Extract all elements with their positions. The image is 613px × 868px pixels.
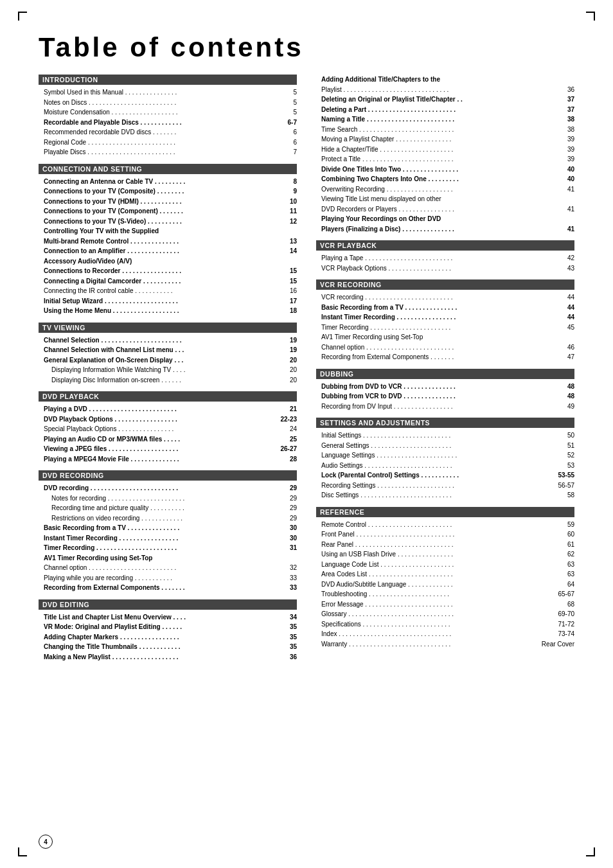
toc-item: Channel Selection . . . . . . . . . . . … bbox=[39, 335, 297, 346]
toc-item-page: 28 bbox=[278, 454, 297, 465]
toc-item-label: DVD Recorders or Players . . . . . . . .… bbox=[321, 204, 555, 215]
toc-section: DUBBINGDubbing from DVD to VCR . . . . .… bbox=[316, 369, 574, 412]
toc-item-label: Recording Settings . . . . . . . . . . .… bbox=[321, 481, 555, 491]
toc-item: Players (Finalizing a Disc) . . . . . . … bbox=[316, 224, 574, 235]
toc-item-label: Remote Control . . . . . . . . . . . . .… bbox=[321, 520, 555, 530]
toc-item-label: Displaying Disc Information on-screen . … bbox=[51, 375, 278, 385]
toc-item: Remote Control . . . . . . . . . . . . .… bbox=[316, 520, 574, 530]
toc-item-label: Language Code List . . . . . . . . . . .… bbox=[321, 560, 555, 570]
toc-section: CONNECTION AND SETTINGConnecting an Ante… bbox=[39, 164, 297, 316]
toc-item-label: Adding Additional Title/Chapters to the bbox=[321, 75, 555, 85]
toc-item: AV1 Timer Recording using Set-Top bbox=[39, 553, 297, 563]
section-header: VCR PLAYBACK bbox=[316, 240, 574, 251]
section-header: INTRODUCTION bbox=[39, 75, 297, 85]
toc-item: Playing while you are recording . . . . … bbox=[39, 573, 297, 583]
toc-item-page: 20 bbox=[278, 355, 297, 366]
toc-item: Notes for recording . . . . . . . . . . … bbox=[39, 493, 297, 504]
toc-item: Overwriting Recording . . . . . . . . . … bbox=[316, 184, 574, 195]
toc-item: Glossary . . . . . . . . . . . . . . . .… bbox=[316, 609, 574, 619]
toc-item-page: 44 bbox=[555, 292, 574, 303]
toc-item-label: Restrictions on video recording . . . . … bbox=[51, 513, 278, 524]
toc-item-page: 17 bbox=[278, 296, 297, 306]
toc-item: Deleting an Original or Playlist Title/C… bbox=[316, 94, 574, 105]
toc-item-label: Deleting an Original or Playlist Title/C… bbox=[321, 94, 555, 105]
toc-item-page: 50 bbox=[555, 430, 574, 441]
toc-item: Error Message . . . . . . . . . . . . . … bbox=[316, 599, 574, 610]
toc-item-label: Initial Settings . . . . . . . . . . . .… bbox=[321, 430, 555, 441]
toc-item-label: Symbol Used in this Manual . . . . . . .… bbox=[44, 87, 278, 98]
toc-item: Audio Settings . . . . . . . . . . . . .… bbox=[316, 461, 574, 471]
toc-item-page: 8 bbox=[278, 177, 297, 187]
toc-item: Viewing Title List menu displayed on oth… bbox=[316, 194, 574, 204]
toc-item-page: 43 bbox=[555, 263, 574, 274]
section-header: DVD PLAYBACK bbox=[39, 391, 297, 402]
toc-item-page: 15 bbox=[278, 266, 297, 276]
toc-item-page: 34 bbox=[278, 612, 297, 623]
toc-item-label: Playing a DVD . . . . . . . . . . . . . … bbox=[44, 404, 278, 414]
toc-item-label: Overwriting Recording . . . . . . . . . … bbox=[321, 184, 555, 195]
toc-item-page: 29 bbox=[278, 483, 297, 493]
toc-item-page: 44 bbox=[555, 303, 574, 313]
toc-item: General Settings . . . . . . . . . . . .… bbox=[316, 441, 574, 451]
toc-item-page: Rear Cover bbox=[542, 639, 574, 650]
toc-columns: INTRODUCTIONSymbol Used in this Manual .… bbox=[39, 75, 574, 668]
toc-item: Index . . . . . . . . . . . . . . . . . … bbox=[316, 629, 574, 639]
toc-item-label: Language Settings . . . . . . . . . . . … bbox=[321, 450, 555, 461]
toc-item-label: Connections to Recorder . . . . . . . . … bbox=[44, 266, 278, 276]
toc-item-label: Playable Discs . . . . . . . . . . . . .… bbox=[44, 147, 278, 157]
toc-item-label: Channel option . . . . . . . . . . . . .… bbox=[44, 563, 278, 573]
toc-item: Channel Selection with Channel List menu… bbox=[39, 345, 297, 355]
toc-item-label: Playing an Audio CD or MP3/WMA files . .… bbox=[44, 434, 278, 445]
toc-item-label: Adding Chapter Markers . . . . . . . . .… bbox=[44, 632, 278, 642]
toc-item: Rear Panel . . . . . . . . . . . . . . .… bbox=[316, 540, 574, 550]
toc-item-page: 18 bbox=[278, 306, 297, 316]
toc-item-label: Playlist . . . . . . . . . . . . . . . .… bbox=[321, 85, 555, 95]
toc-item: Connections to your TV (S-Video) . . . .… bbox=[39, 217, 297, 227]
toc-item: Instant Timer Recording . . . . . . . . … bbox=[39, 533, 297, 544]
toc-item-label: General Explanation of On-Screen Display… bbox=[44, 355, 278, 366]
toc-item-label: Using the Home Menu . . . . . . . . . . … bbox=[44, 306, 278, 316]
toc-item: Deleting a Part . . . . . . . . . . . . … bbox=[316, 105, 574, 115]
toc-item-label: Connecting a Digital Camcorder . . . . .… bbox=[44, 276, 278, 287]
toc-item: Adding Additional Title/Chapters to the bbox=[316, 75, 574, 85]
toc-item-label: Deleting a Part . . . . . . . . . . . . … bbox=[321, 105, 555, 115]
section-header: DVD EDITING bbox=[39, 599, 297, 610]
toc-item-page: 38 bbox=[555, 125, 574, 135]
toc-item: Using the Home Menu . . . . . . . . . . … bbox=[39, 306, 297, 316]
toc-item-page: 30 bbox=[278, 533, 297, 544]
toc-item-page: 65-67 bbox=[555, 589, 574, 599]
toc-item: Connections to Recorder . . . . . . . . … bbox=[39, 266, 297, 276]
toc-item-label: Disc Settings . . . . . . . . . . . . . … bbox=[321, 490, 555, 500]
toc-item-page: 46 bbox=[555, 342, 574, 353]
toc-item-label: Specifications . . . . . . . . . . . . .… bbox=[321, 619, 555, 630]
toc-item-label: Playing while you are recording . . . . … bbox=[44, 573, 278, 583]
toc-item: Adding Chapter Markers . . . . . . . . .… bbox=[39, 632, 297, 642]
toc-item: Making a New Playlist . . . . . . . . . … bbox=[39, 652, 297, 662]
toc-item-page: 14 bbox=[278, 246, 297, 256]
toc-item-label: AV1 Timer Recording using Set-Top bbox=[321, 332, 555, 342]
toc-item: DVD Recorders or Players . . . . . . . .… bbox=[316, 204, 574, 215]
toc-item-label: Moving a Playlist Chapter . . . . . . . … bbox=[321, 134, 555, 145]
toc-item-page bbox=[278, 553, 297, 563]
toc-item: Moving a Playlist Chapter . . . . . . . … bbox=[316, 134, 574, 145]
toc-item: Connection to an Amplifier . . . . . . .… bbox=[39, 246, 297, 256]
toc-item-label: Dubbing from DVD to VCR . . . . . . . . … bbox=[321, 382, 555, 392]
toc-item: Recording from External Components . . .… bbox=[316, 352, 574, 362]
section-header: TV VIEWING bbox=[39, 323, 297, 333]
toc-item-label: DVD recording . . . . . . . . . . . . . … bbox=[44, 483, 278, 493]
toc-item-page: 39 bbox=[555, 134, 574, 145]
toc-item-page: 6-7 bbox=[278, 118, 297, 128]
toc-item-label: Accessory Audio/Video (A/V) bbox=[44, 256, 278, 267]
toc-item-page: 35 bbox=[278, 622, 297, 632]
toc-item-page: 24 bbox=[278, 424, 297, 434]
toc-item: General Explanation of On-Screen Display… bbox=[39, 355, 297, 366]
toc-item: Displaying Information While Watching TV… bbox=[39, 365, 297, 375]
section-header: DUBBING bbox=[316, 369, 574, 379]
toc-item-label: Moisture Condensation . . . . . . . . . … bbox=[44, 107, 278, 118]
toc-item-label: Lock (Parental Control) Settings . . . .… bbox=[321, 470, 555, 481]
toc-item-page: 29 bbox=[278, 513, 297, 524]
toc-item-label: Controlling Your TV with the Supplied bbox=[44, 226, 278, 236]
toc-item: Protect a Title . . . . . . . . . . . . … bbox=[316, 154, 574, 164]
toc-item: Viewing a JPEG files . . . . . . . . . .… bbox=[39, 444, 297, 454]
toc-item: Timer Recording . . . . . . . . . . . . … bbox=[316, 323, 574, 333]
